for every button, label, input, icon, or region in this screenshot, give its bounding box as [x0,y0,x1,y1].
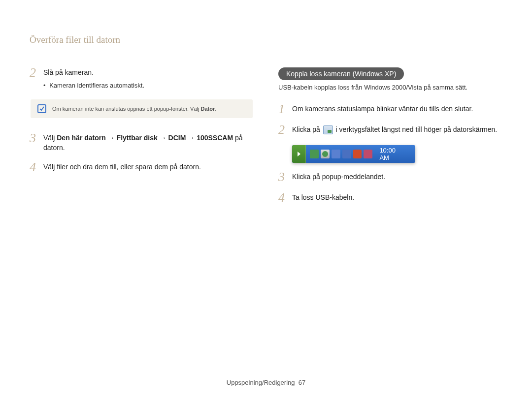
step-number: 4 [278,191,292,204]
note-box: Om kameran inte kan anslutas öppnas ett … [31,99,253,118]
step-body: Ta loss USB-kabeln. [292,192,502,202]
right-step-4: 4 Ta loss USB-kabeln. [278,192,502,204]
step2-post: i verktygsfältet längst ned till höger p… [336,125,498,133]
left-column: 2 Slå på kameran. Kameran identifieras a… [30,67,254,213]
chevron-right-icon [298,152,300,156]
left-step-3: 3 Välj Den här datorn → Flyttbar disk → … [30,133,254,153]
page-title: Överföra filer till datorn [30,34,502,45]
xp-system-tray: 10:00 AM [306,147,415,161]
note-pre: Om kameran inte kan anslutas öppnas ett … [52,106,200,112]
windows-xp-taskbar: 10:00 AM [292,145,415,163]
volume-icon [353,150,362,158]
security-icon [321,150,330,158]
content-columns: 2 Slå på kameran. Kameran identifieras a… [30,67,502,213]
step-body: Slå på kameran. Kameran identifieras aut… [43,67,254,91]
step-number: 2 [278,123,292,136]
footer-page-number: 67 [299,379,305,386]
step-number: 3 [278,171,292,184]
page-footer: Uppspelning/Redigering 67 [0,379,532,386]
step-number: 2 [30,66,43,79]
left-step-2: 2 Slå på kameran. Kameran identifieras a… [30,67,254,91]
step-number: 3 [30,132,43,145]
right-column: Koppla loss kameran (Windows XP) USB-kab… [278,67,502,213]
step-body: Om kamerans statuslampa blinkar väntar d… [292,104,502,114]
note-bold: Dator [200,106,215,112]
step-number: 4 [30,161,43,174]
step-bullet: Kameran identifieras automatiskt. [43,81,254,91]
note-post: . [215,106,216,112]
right-step-1: 1 Om kamerans statuslampa blinkar väntar… [278,104,502,116]
step-body: Välj filer och dra dem till, eller spara… [43,162,254,172]
note-text: Om kameran inte kan anslutas öppnas ett … [52,106,216,112]
left-step-4: 4 Välj filer och dra dem till, eller spa… [30,162,254,174]
section-subtitle: USB-kabeln kopplas loss från Windows 200… [278,83,502,92]
display-icon [342,150,351,158]
right-step-3: 3 Klicka på popup-meddelandet. [278,172,502,184]
step3-bold: Den här datorn → Flyttbar disk → DCIM → … [57,134,233,142]
right-step-2: 2 Klicka på i verktygsfältet längst ned … [278,124,502,136]
step-text: Slå på kameran. [43,68,94,76]
step3-pre: Välj [43,134,57,142]
step-body: Klicka på i verktygsfältet längst ned ti… [292,124,502,135]
note-icon [37,104,46,113]
update-icon [364,150,372,158]
step2-pre: Klicka på [292,125,322,133]
taskbar-clock: 10:00 AM [374,147,411,161]
step-number: 1 [278,103,292,116]
step-body: Klicka på popup-meddelandet. [292,172,502,182]
network-icon [332,150,340,158]
safely-remove-icon [310,150,319,158]
step-body: Välj Den här datorn → Flyttbar disk → DC… [43,133,254,153]
safely-remove-hardware-icon [323,125,333,134]
section-pill-header: Koppla loss kameran (Windows XP) [278,67,404,80]
footer-section: Uppspelning/Redigering [227,379,295,386]
xp-start-button [292,145,306,163]
